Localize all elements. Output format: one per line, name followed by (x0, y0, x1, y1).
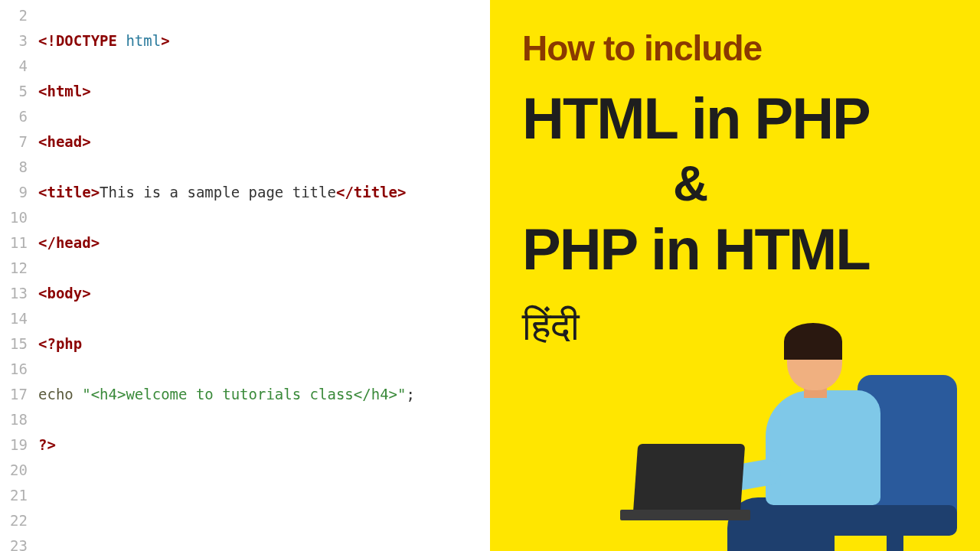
line-number: 20 (0, 458, 28, 483)
php-open-tag: <?php (38, 335, 82, 352)
person-laptop-illustration (635, 352, 957, 551)
line-number: 15 (0, 331, 28, 357)
line-number: 2 (0, 3, 28, 28)
head-open-tag: <head> (38, 133, 91, 150)
doctype-attr: html (126, 32, 161, 49)
promo-subtitle: How to include (522, 28, 948, 69)
head-close-tag: </head> (38, 234, 100, 251)
code-line[interactable] (38, 483, 490, 508)
line-number: 19 (0, 432, 28, 458)
line-number: 9 (0, 180, 28, 205)
line-number: 23 (0, 533, 28, 551)
promo-panel: How to include HTML in PHP & PHP in HTML… (490, 0, 980, 551)
code-line[interactable]: echo "<h4>welcome to tutorials class</h4… (38, 382, 490, 407)
promo-line-2: PHP in HTML (522, 217, 948, 282)
line-number: 17 (0, 382, 28, 407)
person-torso-shape (766, 390, 880, 505)
line-number: 22 (0, 508, 28, 533)
line-number-gutter: 2 3 4 5 6 7 8 9 10 11 12 13 14 15 16 17 … (0, 3, 38, 551)
code-editor-pane: 2 3 4 5 6 7 8 9 10 11 12 13 14 15 16 17 … (0, 0, 490, 551)
line-number: 14 (0, 306, 28, 331)
promo-language-hindi: हिंदी (522, 303, 948, 350)
line-number: 16 (0, 357, 28, 382)
code-line[interactable] (38, 533, 490, 551)
laptop-base-shape (620, 510, 750, 520)
line-number: 5 (0, 79, 28, 104)
line-number: 11 (0, 230, 28, 256)
echo-string: "<h4>welcome to tutorials class</h4>" (82, 386, 406, 403)
line-number: 12 (0, 256, 28, 281)
echo-keyword: echo (38, 386, 82, 403)
code-line[interactable]: <title>This is a sample page title</titl… (38, 180, 490, 205)
title-open-tag: <title> (38, 184, 100, 201)
php-close-tag: ?> (38, 436, 56, 453)
doctype-tag: <!DOCTYPE (38, 32, 126, 49)
semicolon: ; (406, 386, 414, 403)
body-open-tag: <body> (38, 285, 91, 302)
person-leg-shape (727, 497, 835, 551)
code-line[interactable]: <body> (38, 281, 490, 306)
title-text: This is a sample page title (100, 184, 336, 201)
line-number: 13 (0, 281, 28, 306)
code-line[interactable]: </head> (38, 230, 490, 256)
line-number: 6 (0, 104, 28, 129)
code-line[interactable]: ?> (38, 432, 490, 458)
promo-ampersand: & (522, 155, 859, 212)
code-line[interactable]: <!DOCTYPE html> (38, 28, 490, 54)
doctype-close: > (161, 32, 169, 49)
line-number: 7 (0, 129, 28, 155)
line-number: 18 (0, 407, 28, 432)
line-number: 21 (0, 483, 28, 508)
code-area[interactable]: <!DOCTYPE html> <html> <head> <title>Thi… (38, 3, 490, 551)
laptop-screen-shape (633, 444, 745, 514)
code-line[interactable]: <html> (38, 79, 490, 104)
html-open-tag: <html> (38, 83, 91, 99)
title-close-tag: </title> (336, 184, 407, 201)
line-number: 4 (0, 54, 28, 79)
line-number: 3 (0, 28, 28, 54)
chair-leg-shape (887, 530, 903, 551)
code-line[interactable]: <?php (38, 331, 490, 357)
line-number: 8 (0, 155, 28, 180)
code-line[interactable]: <head> (38, 129, 490, 155)
person-hair-shape (784, 323, 842, 360)
line-number: 10 (0, 205, 28, 230)
promo-line-1: HTML in PHP (522, 86, 948, 151)
